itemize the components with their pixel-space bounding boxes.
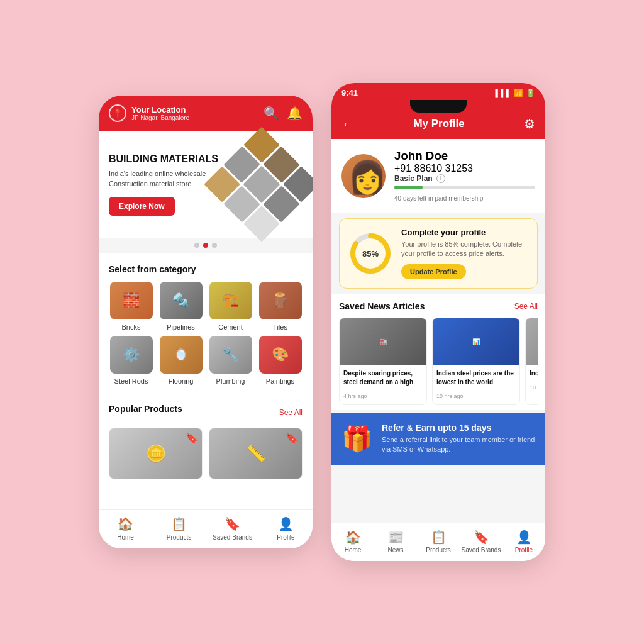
p2-bottom-nav: 🏠 Home 📰 News 📋 Products 🔖 Saved Brands … xyxy=(331,523,545,561)
p2-home-label: Home xyxy=(345,547,362,553)
cat-img-cement: 🏗️ xyxy=(209,282,252,319)
location-label: Your Location xyxy=(131,105,189,114)
p2-time: 9:41 xyxy=(341,88,358,97)
popular-section-header: Popular Products See All xyxy=(109,404,303,421)
dot-1[interactable] xyxy=(194,243,199,248)
p2-nav-products[interactable]: 📋 Products xyxy=(417,530,460,553)
news-cards: 🏭 Despite soaring prices, steel demand o… xyxy=(339,318,538,405)
see-all-link[interactable]: See All xyxy=(279,408,303,417)
explore-button[interactable]: Explore Now xyxy=(109,197,175,216)
category-bricks[interactable]: 🧱 Bricks xyxy=(109,282,153,331)
category-pipelines[interactable]: 🔩 Pipelines xyxy=(158,282,203,331)
products-icon: 📋 xyxy=(171,516,187,531)
info-icon[interactable]: i xyxy=(436,174,445,183)
bookmark-icon-2[interactable]: 🔖 xyxy=(286,432,298,444)
news-img-1: 🏭 xyxy=(340,318,426,365)
news-card-1-body: Despite soaring prices, steel demand on … xyxy=(340,365,426,404)
news-section: Saved News Articles See All 🏭 Despite so… xyxy=(331,294,545,410)
banner: BUILDING MATERIALS India's leading onlin… xyxy=(99,131,313,238)
news-see-all[interactable]: See All xyxy=(514,302,538,311)
products-label: Products xyxy=(167,534,191,541)
plan-text: Basic Plan xyxy=(394,174,433,183)
back-button[interactable]: ← xyxy=(341,117,354,131)
nav-home[interactable]: 🏠 Home xyxy=(99,516,152,541)
category-plumbing[interactable]: 🔧 Plumbing xyxy=(208,336,253,385)
popular-products-section: Popular Products See All 🪙 🔖 📏 🔖 xyxy=(99,396,313,487)
p2-status-icons: ▌▌▌ 📶 🔋 xyxy=(495,89,535,97)
p2-title: My Profile xyxy=(413,118,464,130)
p1-bottom-nav: 🏠 Home 📋 Products 🔖 Saved Brands 👤 Profi… xyxy=(99,509,313,548)
dot-2[interactable] xyxy=(203,243,208,248)
nav-profile[interactable]: 👤 Profile xyxy=(259,516,313,541)
notch xyxy=(410,100,467,113)
phones-container: 📍 Your Location JP Nagar, Bangalore 🔍 🔔 … xyxy=(99,83,545,561)
complete-text: Complete your profile Your profile is 85… xyxy=(401,228,528,279)
dot-3[interactable] xyxy=(212,243,217,248)
news-time-1: 4 hrs ago xyxy=(343,393,367,399)
wifi-icon: 📶 xyxy=(514,89,523,97)
news-title: Saved News Articles xyxy=(339,301,425,311)
p2-news-label: News xyxy=(387,547,403,553)
bookmark-icon-1[interactable]: 🔖 xyxy=(186,432,198,444)
category-flooring[interactable]: 🪞 Flooring xyxy=(158,336,203,385)
cat-img-bricks: 🧱 xyxy=(110,282,153,319)
days-left: 40 days left in paid membership xyxy=(394,195,483,202)
category-steelrods[interactable]: ⚙️ Steel Rods xyxy=(109,336,153,385)
news-card-2[interactable]: 📊 Indian steel prices are the lowest in … xyxy=(432,318,520,405)
profile-details: John Doe +91 88610 31253 Basic Plan i 40… xyxy=(394,149,535,203)
category-paintings[interactable]: 🎨 Paintings xyxy=(258,336,303,385)
news-img-3: 📰 xyxy=(526,318,538,365)
complete-subtitle: Your profile is 85% complete. Complete y… xyxy=(401,240,528,259)
nav-saved-brands[interactable]: 🔖 Saved Brands xyxy=(206,516,259,541)
refer-title: Refer & Earn upto 15 days xyxy=(382,423,535,433)
refer-card[interactable]: 🎁 Refer & Earn upto 15 days Send a refer… xyxy=(331,413,545,465)
settings-icon[interactable]: ⚙ xyxy=(524,116,535,131)
products-row: 🪙 🔖 📏 🔖 xyxy=(109,428,303,479)
profile-phone: +91 88610 31253 xyxy=(394,163,535,174)
plan-row: Basic Plan i xyxy=(394,174,535,183)
search-icon[interactable]: 🔍 xyxy=(264,106,279,121)
saved-brands-label: Saved Brands xyxy=(213,534,252,541)
p1-header: 📍 Your Location JP Nagar, Bangalore 🔍 🔔 xyxy=(99,96,313,131)
product-card-2[interactable]: 📏 🔖 xyxy=(209,428,303,479)
p2-nav-profile[interactable]: 👤 Profile xyxy=(502,530,545,553)
nav-products[interactable]: 📋 Products xyxy=(152,516,206,541)
category-cement[interactable]: 🏗️ Cement xyxy=(208,282,253,331)
update-profile-button[interactable]: Update Profile xyxy=(401,264,466,279)
category-title: Select from category xyxy=(109,264,303,274)
location-sub: JP Nagar, Bangalore xyxy=(131,114,189,121)
product-card-1[interactable]: 🪙 🔖 xyxy=(109,428,203,479)
category-tiles[interactable]: 🪵 Tiles xyxy=(258,282,303,331)
cat-img-tiles: 🪵 xyxy=(259,282,302,319)
p1-header-left: 📍 Your Location JP Nagar, Bangalore xyxy=(109,104,189,122)
cat-label-paintings: Paintings xyxy=(266,377,294,385)
cat-img-paintings: 🎨 xyxy=(259,336,302,374)
news-card-2-body: Indian steel prices are the lowest in th… xyxy=(433,365,519,404)
battery-icon: 🔋 xyxy=(526,89,535,97)
p2-nav-news[interactable]: 📰 News xyxy=(374,530,417,553)
bell-icon[interactable]: 🔔 xyxy=(287,106,303,121)
news-card-1[interactable]: 🏭 Despite soaring prices, steel demand o… xyxy=(339,318,427,405)
banner-images xyxy=(204,126,313,242)
banner-title: BUILDING MATERIALS xyxy=(109,153,218,166)
refer-subtitle: Send a referral link to your team member… xyxy=(382,435,535,455)
cat-label-steelrods: Steel Rods xyxy=(114,377,148,385)
p2-news-icon: 📰 xyxy=(388,530,404,545)
phone-2: 9:41 ▌▌▌ 📶 🔋 ← My Profile ⚙ John Doe xyxy=(331,83,545,561)
home-label: Home xyxy=(117,534,134,541)
cat-label-bricks: Bricks xyxy=(122,323,141,331)
cat-img-pipelines: 🔩 xyxy=(160,282,203,319)
news-card-3[interactable]: 📰 India dele... 10 hr... xyxy=(525,318,538,405)
news-header: Saved News Articles See All xyxy=(339,301,538,311)
p2-body: John Doe +91 88610 31253 Basic Plan i 40… xyxy=(331,139,545,529)
p2-nav-home[interactable]: 🏠 Home xyxy=(331,530,374,553)
cat-label-flooring: Flooring xyxy=(169,377,194,385)
p2-saved-label: Saved Brands xyxy=(462,547,501,553)
category-section: Select from category 🧱 Bricks 🔩 Pipeline… xyxy=(99,257,313,392)
location-icon: 📍 xyxy=(109,104,126,122)
cat-label-plumbing: Plumbing xyxy=(216,377,245,385)
banner-subtitle: India's leading online wholesaleConstruc… xyxy=(109,169,218,189)
cat-img-flooring: 🪞 xyxy=(160,336,203,374)
p2-nav-saved-brands[interactable]: 🔖 Saved Brands xyxy=(460,530,502,553)
location-text-group: Your Location JP Nagar, Bangalore xyxy=(131,105,189,121)
